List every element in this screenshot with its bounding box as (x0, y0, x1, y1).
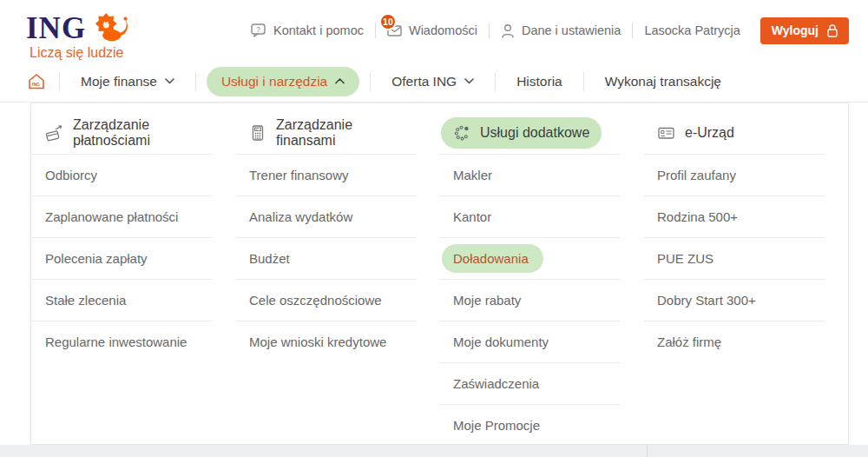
menu-item-analiza-wydatkow[interactable]: Analiza wydatków (235, 195, 417, 237)
settings-label: Dane i ustawienia (522, 23, 621, 37)
column-title: Zarządzanie finansami (276, 117, 404, 149)
menu-list: Trener finansowy Analiza wydatków Budżet… (235, 154, 417, 362)
menu-item-dobry-start-300[interactable]: Dobry Start 300+ (643, 279, 825, 321)
nav-label: Wykonaj transakcję (605, 74, 721, 89)
menu-column-platnosci: Zarządzanie płatnościami Odbiorcy Zaplan… (31, 116, 235, 444)
contact-help-label: Kontakt i pomoc (273, 23, 364, 37)
menu-item-moje-rabaty[interactable]: Moje rabaty (439, 279, 621, 321)
column-header-uslugi-dodatkowe-active: Usługi dodatkowe (439, 116, 621, 150)
column-title: Usługi dodatkowe (480, 125, 589, 141)
envelope-icon: 10 (387, 25, 402, 36)
dots-circle-icon (453, 124, 470, 142)
menu-item-profil-zaufany[interactable]: Profil zaufany (643, 154, 825, 195)
menu-item-label: Moje Promocje (453, 418, 540, 433)
menu-item-pue-zus[interactable]: PUE ZUS (643, 237, 825, 279)
nav-item-uslugi-i-narzedzia-active[interactable]: Usługi i narzędzia (207, 67, 359, 96)
separator (489, 23, 490, 38)
menu-item-trener-finansowy[interactable]: Trener finansowy (235, 154, 417, 195)
menu-item-stale-zlecenia[interactable]: Stałe zlecenia (31, 279, 213, 321)
menu-item-odbiorcy[interactable]: Odbiorcy (31, 154, 213, 195)
chevron-down-icon (464, 78, 474, 84)
nav-item-historia[interactable]: Historia (496, 74, 583, 89)
menu-item-moje-promocje[interactable]: Moje Promocje (439, 404, 621, 446)
svg-text:zł: zł (255, 128, 258, 131)
separator (195, 72, 196, 91)
menu-item-label: Regularne inwestowanie (45, 334, 187, 349)
menu-column-finanse: zł Zarządzanie finansami Trener finansow… (235, 116, 439, 444)
separator (375, 23, 376, 38)
menu-item-budzet[interactable]: Budżet (235, 237, 417, 279)
menu-item-label: Kantor (453, 209, 491, 224)
nav-label: Historia (516, 74, 562, 89)
ing-logo-text: ING (26, 15, 86, 43)
column-header-e-urzad: e-Urząd (643, 116, 825, 150)
home-icon: ING (26, 71, 47, 92)
menu-item-rodzina-500[interactable]: Rodzina 500+ (643, 195, 825, 237)
top-links: ? Kontakt i pomoc 10 Wiadomości (251, 17, 849, 44)
column-header-zarzadzanie-platnosciami: Zarządzanie płatnościami (31, 116, 213, 150)
contact-help-link[interactable]: ? Kontakt i pomoc (251, 23, 364, 37)
menu-item-label: Trener finansowy (249, 168, 349, 182)
menu-item-moje-dokumenty[interactable]: Moje dokumenty (439, 321, 621, 362)
menu-list: Odbiorcy Zaplanowane płatności Polecenia… (31, 154, 213, 362)
nav-item-moje-finanse[interactable]: Moje finanse (60, 74, 195, 89)
menu-item-label: PUE ZUS (657, 251, 713, 266)
menu-item-label: Zaświadczenia (453, 376, 539, 391)
menu-item-doladowania-active[interactable]: Doładowania (439, 237, 621, 279)
menu-column-e-urzad: e-Urząd Profil zaufany Rodzina 500+ PUE … (643, 116, 847, 444)
menu-item-makler[interactable]: Makler (439, 154, 621, 195)
menu-item-label: Analiza wydatków (249, 209, 352, 224)
menu-item-label: Stałe zlecenia (45, 293, 126, 308)
settings-link[interactable]: Dane i ustawienia (501, 23, 621, 38)
ing-tagline: Liczą się ludzie (26, 45, 132, 61)
menu-list: Makler Kantor Doładowania Moje rabaty Mo… (439, 154, 621, 446)
logout-label: Wyloguj (772, 23, 819, 37)
background-divider (647, 445, 648, 457)
menu-item-label: Moje wnioski kredytowe (249, 334, 386, 349)
nav-label: Oferta ING (391, 74, 457, 89)
menu-list: Profil zaufany Rodzina 500+ PUE ZUS Dobr… (643, 154, 825, 362)
help-bubble-icon: ? (251, 23, 266, 37)
menu-item-regularne-inwestowanie[interactable]: Regularne inwestowanie (31, 321, 213, 362)
calculator-icon: zł (249, 124, 266, 142)
menu-item-label: Profil zaufany (657, 168, 736, 182)
nav-label: Moje finanse (81, 74, 157, 89)
menu-item-label: Budżet (249, 251, 290, 266)
menu-item-label: Załóż firmę (657, 334, 721, 349)
menu-item-label: Cele oszczędnościowe (249, 293, 382, 308)
user-name: Lasocka Patrycja (644, 23, 740, 37)
logout-button[interactable]: Wyloguj (760, 17, 849, 44)
main-nav: ING Moje finanse Usługi i narzędzia Ofer… (0, 61, 868, 103)
id-card-icon (657, 124, 675, 142)
messages-link[interactable]: 10 Wiadomości (387, 23, 477, 37)
column-title: e-Urząd (685, 125, 734, 141)
page-background-strip (0, 445, 868, 457)
card-transfer-icon (45, 124, 63, 142)
nav-item-wykonaj-transakcje[interactable]: Wykonaj transakcję (584, 74, 742, 89)
menu-item-kantor[interactable]: Kantor (439, 195, 621, 237)
messages-badge: 10 (379, 13, 397, 30)
ing-logo[interactable]: ING Liczą się ludzie (26, 1, 132, 61)
svg-text:ING: ING (32, 81, 40, 86)
menu-item-polecenia-zaplaty[interactable]: Polecenia zapłaty (31, 237, 213, 279)
menu-item-moje-wnioski-kredytowe[interactable]: Moje wnioski kredytowe (235, 321, 417, 362)
chevron-down-icon (165, 78, 174, 84)
home-nav-item[interactable]: ING (26, 71, 59, 92)
column-title: Zarządzanie płatnościami (73, 117, 201, 149)
menu-item-label: Rodzina 500+ (657, 209, 738, 224)
user-icon (501, 23, 515, 38)
ing-lion-icon (90, 8, 132, 43)
nav-item-oferta-ing[interactable]: Oferta ING (371, 74, 495, 89)
nav-label: Usługi i narzędzia (221, 74, 327, 89)
menu-item-zaloz-firme[interactable]: Załóż firmę (643, 321, 825, 362)
menu-item-label: Makler (453, 168, 492, 182)
chevron-up-icon (335, 78, 345, 84)
menu-item-cele-oszczednosciowe[interactable]: Cele oszczędnościowe (235, 279, 417, 321)
top-bar: ING Liczą się ludzie ? (0, 0, 868, 61)
menu-item-zaplanowane-platnosci[interactable]: Zaplanowane płatności (31, 195, 213, 237)
menu-item-label: Moje rabaty (453, 293, 521, 308)
menu-item-label: Dobry Start 300+ (657, 293, 756, 308)
lock-icon (827, 24, 838, 37)
separator (632, 23, 633, 38)
menu-item-zaswiadczenia[interactable]: Zaświadczenia (439, 362, 621, 404)
